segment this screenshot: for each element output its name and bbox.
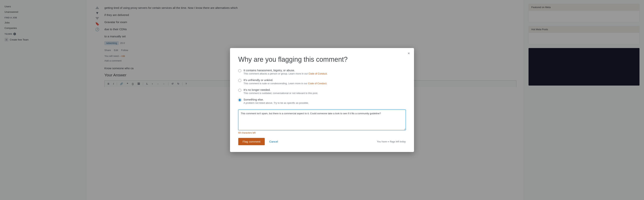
radio-unfriendly-label: It's unfriendly or unkind. xyxy=(244,78,327,82)
flags-left-text: You have ∞ flags left today xyxy=(377,140,406,143)
radio-no-longer-needed-desc: This comment is outdated, conversational… xyxy=(244,92,318,95)
modal-backdrop[interactable]: × Why are you flagging this comment? It … xyxy=(0,0,644,200)
radio-unfriendly-desc: This comment is rude or condescending. L… xyxy=(244,82,327,85)
radio-option-unfriendly[interactable]: It's unfriendly or unkind. This comment … xyxy=(238,78,406,85)
radio-no-longer-needed-content: It's no longer needed. This comment is o… xyxy=(244,88,318,95)
radio-harassment-desc: This comment attacks a person or group. … xyxy=(244,72,328,75)
radio-option-no-longer-needed[interactable]: It's no longer needed. This comment is o… xyxy=(238,88,406,95)
radio-unfriendly-content: It's unfriendly or unkind. This comment … xyxy=(244,78,327,85)
unfriendly-coc-link[interactable]: Code of Conduct xyxy=(308,82,326,85)
radio-unfriendly[interactable] xyxy=(238,79,241,82)
modal-footer: Flag comment Cancel You have ∞ flags lef… xyxy=(238,138,406,145)
radio-harassment-content: It contains harassment, bigotry, or abus… xyxy=(244,69,328,75)
harassment-desc-text: This comment attacks a person or group. … xyxy=(244,72,308,75)
radio-harassment[interactable] xyxy=(238,69,241,72)
radio-no-longer-needed-label: It's no longer needed. xyxy=(244,88,318,91)
radio-something-else-desc: A problem not listed above. Try to be as… xyxy=(244,102,309,104)
flag-comment-textarea[interactable] xyxy=(238,110,406,130)
radio-harassment-label: It contains harassment, bigotry, or abus… xyxy=(244,69,328,72)
chars-left-indicator: 69 characters left xyxy=(238,132,406,134)
radio-option-harassment[interactable]: It contains harassment, bigotry, or abus… xyxy=(238,69,406,75)
harassment-coc-link[interactable]: Code of Conduct xyxy=(308,72,327,75)
flag-comment-modal: × Why are you flagging this comment? It … xyxy=(230,48,414,152)
unfriendly-desc-text: This comment is rude or condescending. L… xyxy=(244,82,307,85)
radio-no-longer-needed[interactable] xyxy=(238,89,241,92)
modal-title: Why are you flagging this comment? xyxy=(238,55,406,63)
radio-something-else-content: Something else. A problem not listed abo… xyxy=(244,98,309,104)
modal-close-button[interactable]: × xyxy=(408,51,410,55)
flag-comment-button[interactable]: Flag comment xyxy=(238,138,265,145)
radio-something-else-label: Something else. xyxy=(244,98,309,101)
cancel-button[interactable]: Cancel xyxy=(268,138,280,145)
radio-option-something-else[interactable]: Something else. A problem not listed abo… xyxy=(238,98,406,104)
radio-something-else[interactable] xyxy=(238,98,241,102)
